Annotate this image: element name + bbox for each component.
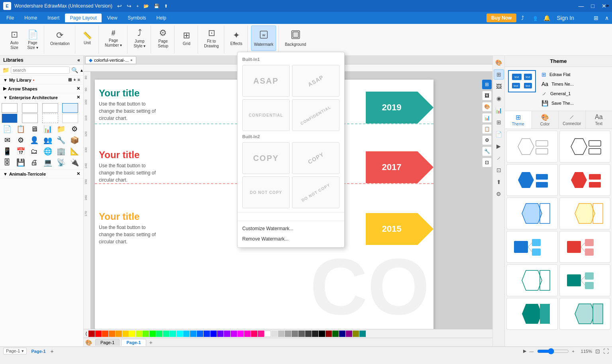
color-swatch[interactable] xyxy=(285,331,291,337)
open-button[interactable]: 📂 xyxy=(142,2,151,10)
canvas-icon5[interactable]: 📋 xyxy=(482,124,492,134)
auto-size-button[interactable]: ⊡ AutoSize xyxy=(6,27,23,53)
color-swatch[interactable] xyxy=(204,331,210,337)
shape-icon21[interactable]: 🖨 xyxy=(29,157,40,168)
menu-file[interactable]: File xyxy=(2,14,19,22)
shape-icon8[interactable]: ⚙ xyxy=(15,135,26,145)
shape-icon7[interactable]: ✉ xyxy=(2,135,13,145)
collapse-icon[interactable]: ∧ xyxy=(603,14,610,22)
canvas-icon1[interactable]: ⊞ xyxy=(482,80,492,89)
close-animals-section-icon[interactable]: ✕ xyxy=(76,171,80,176)
animals-terricole-header[interactable]: ▼ Animals-Terricole ✕ xyxy=(0,170,83,178)
redo-button[interactable]: ↪ xyxy=(125,2,133,10)
page-tab-current[interactable]: Page-1 xyxy=(121,339,146,346)
menu-symbols[interactable]: Symbols xyxy=(123,14,151,22)
new-tab-button[interactable]: + xyxy=(135,2,140,10)
panel-icon-connector[interactable]: ⟋ xyxy=(494,153,504,163)
color-swatch[interactable] xyxy=(177,331,183,337)
watermark-button[interactable]: W Watermark xyxy=(251,25,276,51)
color-swatch[interactable] xyxy=(265,331,271,337)
theme-card-7[interactable] xyxy=(506,231,558,263)
remove-watermark-button[interactable]: Remove Watermark... xyxy=(237,234,344,244)
page-setup-button[interactable]: ⚙ PageSetup xyxy=(154,25,172,51)
add-page-button[interactable]: + xyxy=(148,339,154,346)
canvas-icon2[interactable]: 🖼 xyxy=(482,91,492,100)
shape-dashed-rect[interactable] xyxy=(42,114,58,123)
canvas-icon6[interactable]: ⚙ xyxy=(482,135,492,145)
color-swatch[interactable] xyxy=(183,331,190,337)
export-button[interactable]: ⬆ xyxy=(163,2,169,10)
color-swatch[interactable] xyxy=(143,331,149,337)
panel-icon-expand[interactable]: ⊡ xyxy=(494,165,504,175)
color-swatch[interactable] xyxy=(197,331,203,337)
panel-icon-color[interactable]: ◉ xyxy=(494,93,504,104)
library-settings-icon[interactable]: ≡ xyxy=(78,77,80,82)
shape-blue-rect[interactable] xyxy=(2,114,18,123)
shape-white-rect[interactable] xyxy=(22,114,38,123)
scroll-up-icon[interactable]: ▲ xyxy=(80,68,84,72)
tab-color[interactable]: 🎨 Color xyxy=(532,111,559,129)
color-swatch[interactable] xyxy=(258,331,264,337)
zoom-slider[interactable] xyxy=(537,348,569,354)
shape-icon6[interactable]: ⚙ xyxy=(69,124,80,134)
shape-icon9[interactable]: 👤 xyxy=(29,135,40,145)
minimize-button[interactable]: — xyxy=(576,2,586,10)
close-arrow-section-icon[interactable]: ✕ xyxy=(76,86,80,91)
watermark-asap-diagonal[interactable]: ASAP xyxy=(292,65,339,97)
theme-card-5[interactable] xyxy=(506,198,558,229)
color-swatch[interactable] xyxy=(231,331,237,337)
shape-icon5[interactable]: 📁 xyxy=(55,124,67,134)
shape-empty[interactable] xyxy=(62,114,78,123)
jump-style-button[interactable]: ⤴ JumpStyle ▾ xyxy=(131,25,148,51)
shape-icon24[interactable]: 🔌 xyxy=(69,157,80,168)
panel-icon-chart[interactable]: 📊 xyxy=(494,105,504,115)
theme-card-4[interactable] xyxy=(559,164,611,196)
color-swatch[interactable] xyxy=(292,331,298,337)
color-swatch[interactable] xyxy=(346,331,352,337)
shape-rect1[interactable] xyxy=(2,103,18,113)
new-group-icon[interactable]: ⊞ xyxy=(68,77,72,82)
color-swatch[interactable] xyxy=(244,331,251,337)
watermark-donotcopy-horizontal[interactable]: DO NOT COPY xyxy=(242,176,290,208)
color-swatch[interactable] xyxy=(129,331,135,337)
zoom-out-button[interactable]: — xyxy=(530,349,534,354)
effects-button[interactable]: ✦ Effects xyxy=(228,25,245,51)
collaborate-icon[interactable]: 👥 xyxy=(529,14,539,22)
shape-icon16[interactable]: 🌐 xyxy=(42,146,53,157)
color-swatch[interactable] xyxy=(237,331,244,337)
background-button[interactable]: Background xyxy=(282,25,309,51)
color-swatch[interactable] xyxy=(339,331,345,337)
fit-to-drawing-button[interactable]: ⊡ Fit toDrawing xyxy=(201,25,222,51)
canvas-icon7[interactable]: 🔧 xyxy=(482,147,492,156)
shape-icon15[interactable]: 🗂 xyxy=(29,146,40,157)
buy-now-button[interactable]: Buy Now xyxy=(486,14,516,22)
theme-card-9[interactable] xyxy=(506,264,558,296)
canvas-icon3[interactable]: 🎨 xyxy=(482,102,492,112)
theme-card-3[interactable] xyxy=(506,164,558,196)
color-swatch[interactable] xyxy=(319,331,325,337)
zoom-in-button[interactable]: + xyxy=(572,349,575,354)
doc-tab-close[interactable]: ● xyxy=(130,58,133,62)
color-swatch[interactable] xyxy=(163,331,169,337)
watermark-confidential-diagonal[interactable]: CONFIDENTIAL xyxy=(292,99,339,131)
theme-card-2[interactable] xyxy=(559,131,611,162)
shape-icon3[interactable]: 🖥 xyxy=(29,124,40,134)
panel-icon-shape[interactable]: ▶ xyxy=(494,141,504,151)
add-to-library-icon[interactable]: + xyxy=(73,77,76,82)
watermark-copy-diagonal[interactable]: COPY xyxy=(292,142,339,174)
color-swatch[interactable] xyxy=(102,331,108,337)
arrow-shapes-header[interactable]: ▶ Arrow Shapes ✕ xyxy=(0,84,83,93)
watermark-copy-horizontal[interactable]: COPY xyxy=(242,142,290,174)
color-swatch[interactable] xyxy=(116,331,122,337)
share-icon[interactable]: ⤴ xyxy=(520,14,526,22)
watermark-donotcopy-diagonal[interactable]: DO NOT COPY xyxy=(292,176,339,208)
color-swatch[interactable] xyxy=(156,331,163,337)
customize-watermark-button[interactable]: Customize Watermark... xyxy=(237,223,344,234)
panel-icon-image[interactable]: 🖼 xyxy=(494,81,504,92)
color-swatch[interactable] xyxy=(149,331,156,337)
my-library-header[interactable]: ▼ My Library • ⊞ + ≡ xyxy=(0,76,83,84)
theme-card-1[interactable] xyxy=(506,131,558,162)
theme-card-10[interactable] xyxy=(559,264,611,296)
notification-icon[interactable]: 🔔 xyxy=(542,14,552,22)
shape-icon13[interactable]: 📱 xyxy=(2,146,13,157)
